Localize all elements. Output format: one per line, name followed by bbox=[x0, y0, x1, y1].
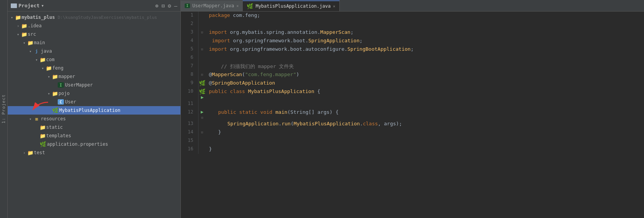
folder-icon: 📁 bbox=[52, 74, 58, 80]
arrow-icon: › bbox=[22, 150, 27, 155]
tree-item-mybatis-plus[interactable]: ▾ 📁 mybatis_plus D:\kuangStudyJavaExerci… bbox=[8, 13, 180, 22]
tree-item-test[interactable]: › 📁 test bbox=[8, 148, 180, 157]
tree-label: java bbox=[41, 48, 52, 54]
code-row-16: 16 } bbox=[181, 145, 644, 154]
tree-item-idea[interactable]: › 📁 .idea bbox=[8, 22, 180, 30]
arrow-icon: ▾ bbox=[40, 66, 45, 70]
line-number-9: 9 bbox=[181, 79, 198, 88]
class-icon: C bbox=[58, 99, 64, 105]
tree-item-mybatisplus-app[interactable]: 🌿 MybatisPlusApplication bbox=[8, 106, 180, 115]
collapse-icon[interactable]: ⊟ bbox=[162, 3, 165, 9]
tree-item-java[interactable]: ▾ j java bbox=[8, 47, 180, 55]
settings-icon[interactable]: ⚙ bbox=[168, 3, 171, 9]
line-number-14: 14 bbox=[181, 128, 198, 137]
code-content-5: import org.springframework.boot.autoconf… bbox=[206, 45, 644, 54]
folder-icon: 📁 bbox=[45, 65, 52, 71]
project-panel: Project ▾ ⊕ ⊟ ⚙ – ▾ 📁 mybatis_plus D:\ku… bbox=[8, 0, 181, 218]
code-content-7: // 扫描我们的 mapper 文件夹 bbox=[206, 62, 644, 71]
panel-header: Project ▾ ⊕ ⊟ ⚙ – bbox=[8, 0, 180, 12]
gutter-6 bbox=[198, 54, 206, 62]
line-number-1: 1 bbox=[181, 12, 198, 20]
code-row-15: 15 bbox=[181, 137, 644, 145]
tree-item-templates[interactable]: 📁 templates bbox=[8, 131, 180, 140]
folder-icon: 📁 bbox=[21, 32, 28, 37]
tree-item-user[interactable]: C User bbox=[8, 98, 180, 106]
code-row-14: 14 ⊟ } bbox=[181, 128, 644, 137]
tab-mybatisplus[interactable]: 🌿 MybatisPlusApplication.java × bbox=[243, 0, 339, 11]
folder-icon: 📁 bbox=[21, 23, 28, 29]
tab-icon-usermapper: I bbox=[185, 3, 190, 8]
tab-bar: I UserMapper.java × 🌿 MybatisPlusApplica… bbox=[181, 0, 644, 12]
gutter-10: 🌿 ▶ bbox=[198, 88, 206, 100]
arrow-icon: ▾ bbox=[22, 41, 27, 45]
minimize-icon[interactable]: – bbox=[174, 3, 177, 9]
tab-usermapper[interactable]: I UserMapper.java × bbox=[181, 0, 243, 11]
code-row-1: 1 package com.feng; bbox=[181, 12, 644, 20]
side-panel-label: 1: Project bbox=[0, 0, 8, 218]
arrow-icon: ▾ bbox=[15, 32, 21, 37]
code-content-2 bbox=[206, 20, 644, 28]
folder-icon: 📁 bbox=[39, 125, 46, 130]
tree-item-feng[interactable]: ▾ 📁 feng bbox=[8, 64, 180, 72]
tree-item-com[interactable]: ▾ 📁 com bbox=[8, 55, 180, 64]
tree-item-static[interactable]: 📁 static bbox=[8, 123, 180, 131]
tree-item-src[interactable]: ▾ 📁 src bbox=[8, 30, 180, 38]
tree-label: MybatisPlusApplication bbox=[59, 108, 120, 113]
tree-label: src bbox=[28, 32, 36, 37]
code-row-9: 9 🌿 @SpringBootApplication bbox=[181, 79, 644, 88]
gutter-16 bbox=[198, 145, 206, 154]
arrow-icon: ▾ bbox=[34, 58, 39, 62]
code-row-3: 3 ⊟ import org.mybatis.spring.annotation… bbox=[181, 28, 644, 37]
code-row-12: 12 ▶ ⊟ public static void main(String[] … bbox=[181, 108, 644, 120]
gutter-15 bbox=[198, 137, 206, 145]
gutter-12: ▶ ⊟ bbox=[198, 108, 206, 120]
tree-label: test bbox=[34, 150, 45, 155]
code-row-2: 2 bbox=[181, 20, 644, 28]
code-content-1: package com.feng; bbox=[206, 12, 644, 20]
code-editor[interactable]: 1 package com.feng; 2 3 ⊟ import org.myb… bbox=[181, 12, 644, 218]
tree-item-usermapper[interactable]: I UserMapper bbox=[8, 81, 180, 89]
spring-icon: 🌿 bbox=[52, 107, 58, 113]
folder-icon: 📁 bbox=[52, 91, 58, 97]
properties-icon: 🌿 bbox=[39, 141, 46, 147]
code-row-8: 8 ⊟ @MapperScan("com.feng.mapper") bbox=[181, 71, 644, 79]
tree-label: .idea bbox=[28, 23, 42, 28]
code-content-9: @SpringBootApplication bbox=[206, 79, 644, 88]
gutter-5: ⊟ bbox=[198, 45, 206, 54]
panel-title-text: Project bbox=[18, 3, 40, 8]
editor-area: I UserMapper.java × 🌿 MybatisPlusApplica… bbox=[181, 0, 644, 218]
tree-item-application-properties[interactable]: 🌿 application.properties bbox=[8, 140, 180, 148]
code-content-10: public class MybatisPlusApplication { bbox=[206, 88, 644, 100]
arrow-icon: › bbox=[15, 23, 21, 28]
dropdown-icon[interactable]: ▾ bbox=[41, 3, 44, 8]
folder-icon: 📁 bbox=[15, 15, 22, 20]
tree-item-mapper[interactable]: ▾ 📁 mapper bbox=[8, 72, 180, 81]
folder-icon: 📁 bbox=[39, 57, 46, 63]
line-number-6: 6 bbox=[181, 54, 198, 62]
arrow-icon: ▾ bbox=[46, 92, 52, 96]
tree-label: mapper bbox=[58, 74, 75, 79]
tab-icon-mybatisplus: 🌿 bbox=[247, 3, 253, 9]
arrow-icon: ▾ bbox=[46, 75, 52, 79]
line-number-15: 15 bbox=[181, 137, 198, 145]
tree-item-resources[interactable]: ▾ ▦ resources bbox=[8, 115, 180, 123]
tab-label-usermapper: UserMapper.java bbox=[192, 3, 234, 8]
tree-label: User bbox=[65, 99, 76, 105]
gutter-8: ⊟ bbox=[198, 71, 206, 79]
sync-icon[interactable]: ⊕ bbox=[155, 3, 158, 9]
tree-label: resources bbox=[41, 116, 66, 121]
gutter-2 bbox=[198, 20, 206, 28]
code-content-8: @MapperScan("com.feng.mapper") bbox=[206, 71, 644, 79]
gutter-13 bbox=[198, 120, 206, 128]
tree-item-pojo[interactable]: ▾ 📁 pojo bbox=[8, 89, 180, 98]
arrow-icon: ▾ bbox=[28, 49, 33, 53]
gutter-3: ⊟ bbox=[198, 28, 206, 37]
line-number-4: 4 bbox=[181, 37, 198, 45]
line-number-13: 13 bbox=[181, 120, 198, 128]
java-source-icon: j bbox=[33, 49, 40, 54]
line-number-8: 8 bbox=[181, 71, 198, 79]
folder-icon: 📁 bbox=[39, 133, 46, 139]
close-tab-mybatisplus[interactable]: × bbox=[333, 4, 335, 8]
tree-item-main[interactable]: ▾ 📁 main bbox=[8, 38, 180, 47]
close-tab-usermapper[interactable]: × bbox=[236, 4, 239, 8]
